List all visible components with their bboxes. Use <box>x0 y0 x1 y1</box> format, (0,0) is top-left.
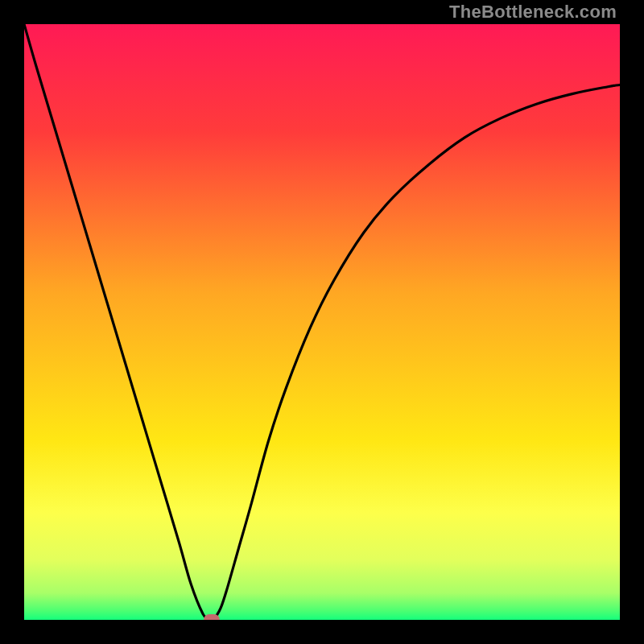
chart-frame <box>24 24 620 620</box>
bottleneck-curve <box>24 24 620 620</box>
plot-area <box>24 24 620 620</box>
watermark-text: TheBottleneck.com <box>449 2 617 23</box>
optimum-marker <box>204 614 220 620</box>
